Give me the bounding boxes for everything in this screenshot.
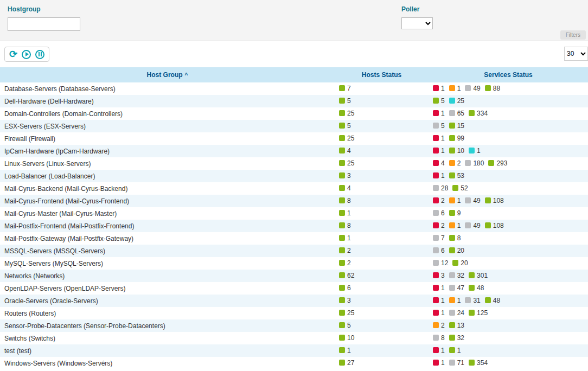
status-chip-green[interactable]: 1 — [339, 234, 351, 242]
status-chip-green[interactable]: 3 — [339, 172, 351, 180]
status-chip-green[interactable]: 354 — [469, 359, 488, 367]
status-chip-red[interactable]: 1 — [433, 284, 445, 292]
hostgroup-name-link[interactable]: Routers (Routers) — [0, 307, 335, 319]
status-chip-green[interactable]: 8 — [449, 234, 461, 242]
status-chip-gray[interactable]: 7 — [433, 234, 445, 242]
status-chip-gray[interactable]: 8 — [433, 334, 445, 342]
status-chip-red[interactable]: 1 — [433, 359, 445, 367]
status-chip-green[interactable]: 25 — [339, 159, 354, 167]
status-chip-green[interactable]: 301 — [469, 272, 488, 279]
status-chip-green[interactable]: 4 — [339, 147, 351, 155]
hostgroup-name-link[interactable]: test (test) — [0, 344, 335, 357]
refresh-icon[interactable]: ⟳ — [9, 49, 17, 59]
status-chip-green[interactable]: 20 — [452, 259, 468, 267]
status-chip-gray[interactable]: 71 — [449, 359, 464, 367]
status-chip-green[interactable]: 53 — [449, 172, 464, 180]
status-chip-gray[interactable]: 12 — [433, 259, 448, 267]
hostgroup-name-link[interactable]: Mail-Cyrus-Frontend (Mail-Cyrus-Frontend… — [0, 195, 335, 207]
hostgroup-name-link[interactable]: Sensor-Probe-Datacenters (Sensor-Probe-D… — [0, 319, 335, 332]
status-chip-green[interactable]: 4 — [339, 184, 351, 192]
column-header-services-status[interactable]: Services Status — [429, 67, 588, 82]
hostgroup-name-link[interactable]: Networks (Networks) — [0, 270, 335, 282]
status-chip-green[interactable]: 25 — [339, 110, 354, 117]
status-chip-orange[interactable]: 1 — [449, 297, 461, 304]
status-chip-red[interactable]: 1 — [433, 309, 445, 317]
status-chip-green[interactable]: 27 — [339, 359, 354, 367]
status-chip-green[interactable]: 13 — [449, 322, 464, 329]
status-chip-green[interactable]: 20 — [449, 247, 464, 254]
hostgroup-name-link[interactable]: Load-Balancer (Load-Balancer) — [0, 170, 335, 182]
status-chip-gray[interactable]: 31 — [465, 297, 480, 304]
status-chip-green[interactable]: 9 — [449, 209, 461, 217]
hostgroup-name-link[interactable]: Mail-Postfix-Frontend (Mail-Postfix-Fron… — [0, 220, 335, 232]
status-chip-green[interactable]: 32 — [449, 334, 464, 342]
pause-icon[interactable] — [35, 50, 44, 59]
status-chip-red[interactable]: 2 — [433, 197, 445, 204]
status-chip-green[interactable]: 5 — [339, 322, 351, 329]
hostgroup-name-link[interactable]: ESX-Servers (ESX-Servers) — [0, 120, 335, 132]
status-chip-green[interactable]: 5 — [433, 97, 445, 105]
hostgroup-name-link[interactable]: MySQL-Servers (MySQL-Servers) — [0, 257, 335, 270]
hostgroup-name-link[interactable]: Oracle-Servers (Oracle-Servers) — [0, 295, 335, 307]
status-chip-red[interactable]: 1 — [433, 85, 445, 92]
status-chip-red[interactable]: 1 — [433, 110, 445, 117]
page-size-select[interactable]: 30 — [564, 47, 588, 61]
hostgroup-name-link[interactable]: Windows-Servérs (Windows-Servérs) — [0, 357, 335, 369]
status-chip-green[interactable]: 2 — [339, 247, 351, 254]
status-chip-orange[interactable]: 2 — [433, 322, 445, 329]
status-chip-gray[interactable]: 49 — [465, 197, 480, 204]
column-header-host-group[interactable]: Host Group^ — [0, 67, 335, 82]
status-chip-green[interactable]: 8 — [339, 222, 351, 229]
status-chip-gray[interactable]: 32 — [449, 272, 464, 279]
status-chip-green[interactable]: 2 — [339, 259, 351, 267]
status-chip-green[interactable]: 52 — [452, 184, 468, 192]
status-chip-red[interactable]: 3 — [433, 272, 445, 279]
status-chip-green[interactable]: 99 — [449, 135, 464, 142]
status-chip-red[interactable]: 4 — [433, 159, 445, 167]
hostgroup-name-link[interactable]: Mail-Cyrus-Backend (Mail-Cyrus-Backend) — [0, 182, 335, 195]
status-chip-gray[interactable]: 5 — [433, 122, 445, 130]
filters-button[interactable]: Filters — [560, 30, 586, 40]
status-chip-green[interactable]: 6 — [339, 284, 351, 292]
hostgroup-name-link[interactable]: Database-Servers (Database-Servers) — [0, 82, 335, 95]
status-chip-gray[interactable]: 6 — [433, 247, 445, 254]
hostgroup-name-link[interactable]: Mail-Cyrus-Master (Mail-Cyrus-Master) — [0, 207, 335, 220]
hostgroup-name-link[interactable]: Switchs (Switchs) — [0, 332, 335, 344]
status-chip-green[interactable]: 1 — [449, 347, 461, 354]
status-chip-green[interactable]: 10 — [339, 334, 354, 342]
status-chip-orange[interactable]: 1 — [449, 197, 461, 204]
status-chip-gray[interactable]: 24 — [449, 309, 464, 317]
poller-select[interactable] — [401, 17, 433, 29]
status-chip-green[interactable]: 48 — [485, 297, 500, 304]
status-chip-orange[interactable]: 1 — [449, 85, 461, 92]
status-chip-green[interactable]: 8 — [339, 197, 351, 204]
status-chip-green[interactable]: 5 — [339, 97, 351, 105]
hostgroup-name-link[interactable]: Domain-Controllers (Domain-Controllers) — [0, 107, 335, 120]
status-chip-gray[interactable]: 180 — [465, 159, 484, 167]
hostgroup-name-link[interactable]: Mail-Postfix-Gateway (Mail-Postfix-Gatew… — [0, 232, 335, 245]
column-header-hosts-status[interactable]: Hosts Status — [335, 67, 429, 82]
status-chip-green[interactable]: 88 — [485, 85, 500, 92]
status-chip-gray[interactable]: 28 — [433, 184, 448, 192]
status-chip-green[interactable]: 25 — [339, 309, 354, 317]
status-chip-green[interactable]: 1 — [339, 347, 351, 354]
status-chip-red[interactable]: 1 — [433, 135, 445, 142]
status-chip-gray[interactable]: 65 — [449, 110, 464, 117]
status-chip-cyan[interactable]: 1 — [469, 147, 481, 155]
status-chip-orange[interactable]: 2 — [449, 159, 461, 167]
status-chip-green[interactable]: 10 — [449, 147, 464, 155]
status-chip-red[interactable]: 2 — [433, 222, 445, 229]
status-chip-gray[interactable]: 47 — [449, 284, 464, 292]
hostgroup-name-link[interactable]: IpCam-Hardware (IpCam-Hardware) — [0, 145, 335, 157]
status-chip-gray[interactable]: 49 — [465, 85, 480, 92]
hostgroup-name-link[interactable]: MSSQL-Servers (MSSQL-Servers) — [0, 245, 335, 257]
status-chip-gray[interactable]: 49 — [465, 222, 480, 229]
status-chip-orange[interactable]: 1 — [449, 222, 461, 229]
status-chip-green[interactable]: 62 — [339, 272, 354, 279]
status-chip-green[interactable]: 3 — [339, 297, 351, 304]
hostgroup-name-link[interactable]: OpenLDAP-Servers (OpenLDAP-Servers) — [0, 282, 335, 295]
status-chip-red[interactable]: 1 — [433, 147, 445, 155]
status-chip-gray[interactable]: 6 — [433, 209, 445, 217]
hostgroup-name-link[interactable]: Firewall (Firewall) — [0, 132, 335, 145]
play-icon[interactable] — [22, 50, 31, 59]
